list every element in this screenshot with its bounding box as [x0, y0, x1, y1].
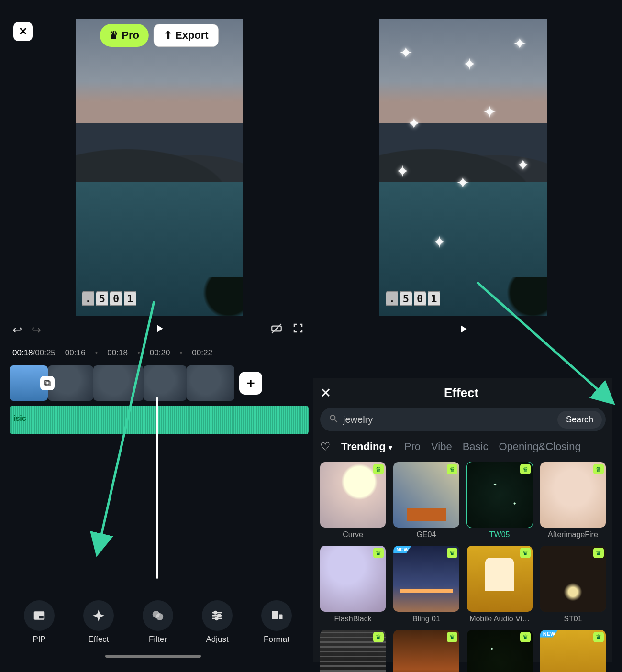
undo-icon[interactable]: ↩ — [12, 323, 22, 337]
search-button[interactable]: Search — [557, 411, 602, 429]
search-input[interactable] — [338, 414, 557, 425]
favorites-tab[interactable]: ♡ — [320, 440, 331, 453]
upload-icon: ⬆ — [164, 29, 172, 42]
redo-icon[interactable]: ↪ — [32, 323, 41, 337]
audio-track[interactable]: isic — [10, 406, 309, 434]
pro-button[interactable]: ♛ Pro — [100, 24, 149, 47]
crown-icon: ♛ — [520, 632, 531, 642]
playhead[interactable] — [156, 397, 158, 579]
effect-item-TW05[interactable]: ♛TW05 — [467, 462, 533, 539]
effect-item-GE04[interactable]: ♛GE04 — [393, 462, 459, 539]
tool-filter[interactable]: Filter — [134, 600, 182, 644]
svg-point-11 — [215, 617, 218, 620]
crown-icon: ♛ — [520, 548, 531, 558]
effect-item-ST01[interactable]: ♛ST01 — [540, 546, 606, 623]
effect-panel: ✕ Effect Search ♡ Trending▼ Pro Vibe Bas… — [313, 378, 612, 662]
effect-item-11[interactable]: ♛NEW — [540, 630, 606, 672]
right-preview: ✦ ✦ ✦ ✦ ✦ ✦ ✦ ✦ ✦ . 5 0 1 — [313, 10, 612, 316]
play-button[interactable] — [153, 322, 166, 338]
search-row: Search — [320, 408, 606, 431]
crown-icon: ♛ — [520, 464, 531, 474]
effect-item-label: TW05 — [467, 530, 533, 539]
adjust-icon — [202, 600, 233, 631]
svg-rect-12 — [272, 611, 278, 619]
tool-format[interactable]: Format — [253, 600, 300, 644]
effect-item-label: GE04 — [393, 530, 459, 539]
effect-item-label: Curve — [320, 530, 386, 539]
crown-icon: ♛ — [447, 464, 457, 474]
frame-counter: . 5 0 1 — [386, 291, 440, 306]
tab-basic[interactable]: Basic — [463, 441, 489, 453]
format-icon — [261, 600, 292, 631]
crown-icon: ♛ — [447, 632, 457, 642]
export-button[interactable]: ⬆ Export — [154, 24, 219, 47]
tool-effect[interactable]: Effect — [75, 600, 122, 644]
fullscreen-icon[interactable] — [292, 322, 304, 338]
effect-item-8[interactable]: ♛ — [320, 630, 386, 672]
tab-vibe[interactable]: Vibe — [431, 441, 452, 453]
search-icon — [329, 414, 338, 425]
effect-item-AfterimageFire[interactable]: ♛AfterimageFire — [540, 462, 606, 539]
frame-counter: . 5 0 1 — [82, 291, 136, 306]
left-preview: . 5 0 1 ♛ Pro ⬆ Export — [10, 10, 309, 316]
effect-item-Curve[interactable]: ♛Curve — [320, 462, 386, 539]
svg-line-16 — [335, 420, 337, 422]
crown-icon: ♛ — [447, 548, 457, 558]
effect-item-Mobile Audio Vi…[interactable]: ♛Mobile Audio Vi… — [467, 546, 533, 623]
pip-icon — [24, 600, 55, 631]
preview-frame-effect: ✦ ✦ ✦ ✦ ✦ ✦ ✦ ✦ ✦ . 5 0 1 — [379, 19, 547, 316]
crown-icon: ♛ — [373, 464, 384, 474]
crown-icon: ♛ — [373, 632, 384, 642]
add-clip-button[interactable]: + — [239, 372, 262, 395]
effect-item-label: FlashBlack — [320, 615, 386, 623]
effect-item-10[interactable]: ♛ — [467, 630, 533, 672]
svg-point-15 — [330, 415, 335, 420]
effect-item-Bling 01[interactable]: ♛NEWBling 01 — [393, 546, 459, 623]
preview-frame: . 5 0 1 — [76, 19, 243, 316]
export-label: Export — [175, 29, 209, 42]
effect-icon — [83, 600, 114, 631]
play-button[interactable] — [457, 323, 469, 337]
svg-point-9 — [214, 611, 217, 614]
crown-icon: ♛ — [593, 548, 604, 558]
effect-item-9[interactable]: ♛ — [393, 630, 459, 672]
home-indicator — [105, 655, 201, 658]
crown-icon: ♛ — [593, 632, 604, 642]
tab-opening-closing[interactable]: Opening&Closing — [499, 441, 580, 453]
svg-point-10 — [218, 615, 220, 617]
effect-item-label: AfterimageFire — [540, 530, 606, 539]
svg-rect-13 — [279, 615, 283, 619]
panel-title: Effect — [444, 386, 478, 400]
effect-item-label: Mobile Audio Vi… — [467, 615, 533, 623]
tool-pip[interactable]: PIP — [15, 600, 63, 644]
pro-label: Pro — [122, 29, 139, 42]
svg-line-1 — [272, 324, 281, 333]
close-panel-button[interactable]: ✕ — [320, 385, 331, 401]
crown-icon: ♛ — [593, 464, 604, 474]
tab-pro[interactable]: Pro — [404, 441, 421, 453]
effect-item-FlashBlack[interactable]: ♛FlashBlack — [320, 546, 386, 623]
filter-icon — [143, 600, 173, 631]
effect-item-label: Bling 01 — [393, 615, 459, 623]
video-track[interactable]: ⧉ + — [10, 365, 309, 401]
svg-point-5 — [156, 613, 163, 620]
transition-button[interactable]: ⧉ — [40, 376, 55, 390]
effect-item-label: ST01 — [540, 615, 606, 623]
crown-icon: ♛ — [373, 548, 384, 558]
timeline-ruler[interactable]: 00:18/00:25 00:16• 00:18• 00:20• 00:22 — [10, 344, 309, 362]
tab-trending[interactable]: Trending▼ — [341, 441, 394, 453]
audio-track-label: isic — [13, 414, 26, 423]
crown-icon: ♛ — [109, 29, 119, 42]
confirm-button[interactable] — [591, 384, 606, 402]
svg-rect-3 — [39, 616, 44, 618]
tool-adjust[interactable]: Adjust — [193, 600, 241, 644]
hdr-off-icon[interactable] — [270, 322, 283, 338]
